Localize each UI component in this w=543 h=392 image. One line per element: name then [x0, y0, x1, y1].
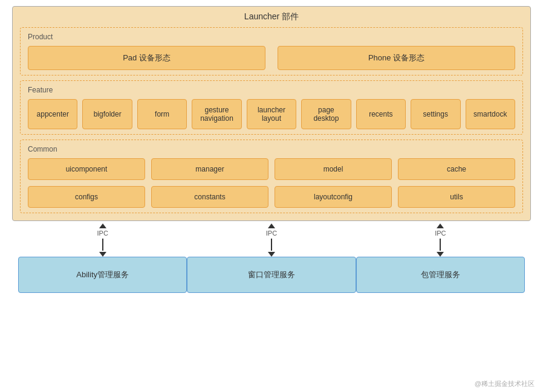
arrow-down-1 [99, 252, 106, 257]
feature-label: Feature [28, 86, 515, 94]
diagram-container: Launcher 部件 Product Pad 设备形态 Phone 设备形态 … [0, 0, 543, 392]
arrow-line-1 [102, 239, 103, 251]
ipc-column-1: IPC Ability管理服务 [18, 223, 187, 293]
product-label: Product [28, 33, 515, 41]
common-grid: uicomponent manager model cache configs … [28, 158, 515, 208]
launcher-title: Launcher 部件 [20, 11, 523, 22]
common-box: Common uicomponent manager model cache c… [20, 140, 523, 213]
ipc-label-1: IPC [97, 230, 108, 237]
feature-launcher-layout: launcherlayout [247, 99, 296, 129]
feature-bigfolder: bigfolder [82, 99, 132, 129]
feature-box: Feature appcenter bigfolder form gesture… [20, 80, 523, 135]
arrow-line-3 [440, 239, 441, 251]
ipc-arrow-3: IPC [435, 223, 446, 257]
ipc-label-3: IPC [435, 230, 446, 237]
common-layoutconfig: layoutconfig [275, 186, 392, 208]
common-constants: constants [151, 186, 268, 208]
service-window: 窗口管理服务 [187, 257, 356, 293]
arrow-up-2 [268, 223, 275, 228]
common-model: model [275, 158, 392, 180]
ipc-label-2: IPC [266, 230, 277, 237]
arrow-up-1 [99, 223, 106, 228]
service-package: 包管理服务 [356, 257, 525, 293]
product-row: Pad 设备形态 Phone 设备形态 [28, 46, 515, 70]
feature-appcenter: appcenter [28, 99, 77, 129]
launcher-box: Launcher 部件 Product Pad 设备形态 Phone 设备形态 … [12, 6, 531, 221]
feature-row: appcenter bigfolder form gesturenavigati… [28, 99, 515, 129]
ipc-arrow-1: IPC [97, 223, 108, 257]
common-manager: manager [151, 158, 268, 180]
service-ability: Ability管理服务 [18, 257, 187, 293]
feature-smartdock: smartdock [466, 99, 515, 129]
bottom-section: IPC Ability管理服务 IPC 窗口管理服务 IPC 包管理服务 [12, 223, 531, 386]
feature-gesture: gesturenavigation [192, 99, 241, 129]
ipc-arrow-2: IPC [266, 223, 277, 257]
feature-settings: settings [411, 99, 460, 129]
common-cache: cache [398, 158, 515, 180]
common-configs: configs [28, 186, 145, 208]
ipc-column-2: IPC 窗口管理服务 [187, 223, 356, 293]
common-label: Common [28, 145, 515, 153]
feature-form: form [137, 99, 187, 129]
feature-recents: recents [356, 99, 406, 129]
phone-device-item: Phone 设备形态 [278, 46, 515, 70]
product-box: Product Pad 设备形态 Phone 设备形态 [20, 27, 523, 76]
common-uicomponent: uicomponent [28, 158, 145, 180]
arrow-line-2 [271, 239, 272, 251]
watermark: @稀土掘金技术社区 [475, 379, 535, 388]
feature-page-desktop: pagedesktop [301, 99, 351, 129]
common-utils: utils [398, 186, 515, 208]
ipc-column-3: IPC 包管理服务 [356, 223, 525, 293]
pad-device-item: Pad 设备形态 [28, 46, 265, 70]
arrow-down-3 [437, 252, 444, 257]
arrow-down-2 [268, 252, 275, 257]
arrow-up-3 [437, 223, 444, 228]
